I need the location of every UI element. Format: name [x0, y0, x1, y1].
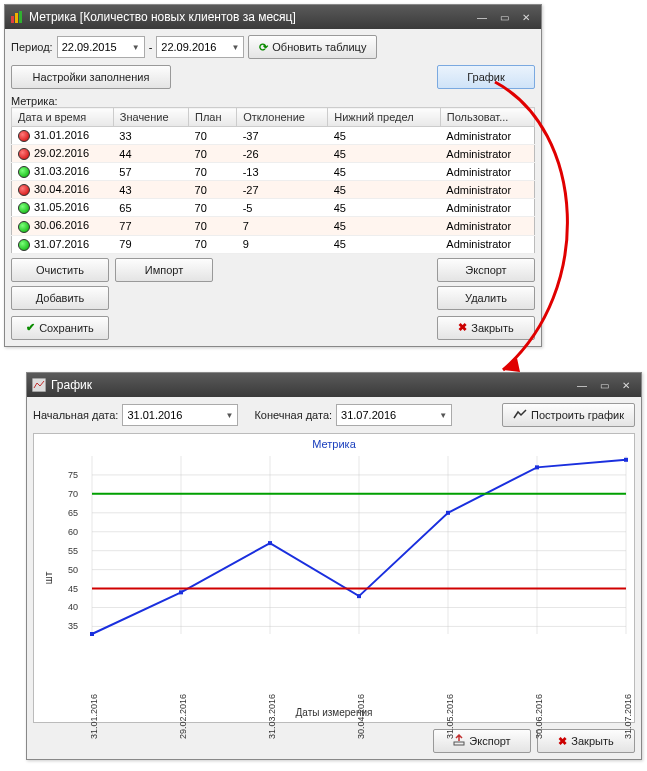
start-date-combo[interactable]: 31.01.2016 ▼: [122, 404, 238, 426]
window-title: Метрика [Количество новых клиентов за ме…: [29, 10, 471, 24]
y-tick-label: 75: [68, 470, 78, 480]
table-row[interactable]: 31.05.20166570-545Administrator: [12, 199, 535, 217]
svg-rect-23: [268, 541, 272, 545]
export-button[interactable]: Экспорт: [437, 258, 535, 282]
x-axis-label: Даты измерения: [34, 707, 634, 718]
column-header[interactable]: Пользоват...: [440, 108, 534, 127]
table-row[interactable]: 31.01.20163370-3745Administrator: [12, 127, 535, 145]
svg-rect-24: [357, 594, 361, 598]
status-icon: [18, 239, 30, 251]
period-to-value: 22.09.2016: [161, 41, 216, 53]
metric-window: Метрика [Количество новых клиентов за ме…: [4, 4, 542, 347]
line-chart-icon: [513, 408, 527, 422]
end-date-combo[interactable]: 31.07.2016 ▼: [336, 404, 452, 426]
svg-rect-22: [179, 590, 183, 594]
y-tick-label: 50: [68, 565, 78, 575]
column-header[interactable]: Отклонение: [237, 108, 328, 127]
save-button[interactable]: ✔ Сохранить: [11, 316, 109, 340]
table-row[interactable]: 29.02.20164470-2645Administrator: [12, 145, 535, 163]
column-header[interactable]: Значение: [113, 108, 188, 127]
chart-window: График — ▭ ✕ Начальная дата: 31.01.2016 …: [26, 372, 642, 760]
status-icon: [18, 221, 30, 233]
status-icon: [18, 202, 30, 214]
export-icon: [453, 734, 465, 748]
table-label: Метрика:: [11, 95, 535, 107]
y-tick-label: 35: [68, 621, 78, 631]
period-from-combo[interactable]: 22.09.2015 ▼: [57, 36, 145, 58]
period-from-value: 22.09.2015: [62, 41, 117, 53]
chevron-down-icon: ▼: [231, 43, 239, 52]
status-icon: [18, 166, 30, 178]
refresh-icon: ⟳: [259, 41, 268, 54]
svg-rect-1: [15, 13, 18, 23]
svg-rect-2: [19, 11, 22, 23]
chart-minimize-button[interactable]: —: [571, 377, 593, 393]
x-icon: ✖: [458, 321, 467, 334]
column-header[interactable]: Нижний предел: [328, 108, 441, 127]
chart-area: Метрика шт Даты измерения 35404550556065…: [33, 433, 635, 723]
fill-settings-button[interactable]: Настройки заполнения: [11, 65, 171, 89]
column-header[interactable]: План: [189, 108, 237, 127]
period-separator: -: [149, 41, 153, 53]
y-tick-label: 60: [68, 527, 78, 537]
app-icon: [9, 9, 25, 25]
status-icon: [18, 184, 30, 196]
import-button[interactable]: Импорт: [115, 258, 213, 282]
build-chart-button[interactable]: Построить график: [502, 403, 635, 427]
check-icon: ✔: [26, 321, 35, 334]
chart-titlebar: График — ▭ ✕: [27, 373, 641, 397]
y-tick-label: 40: [68, 602, 78, 612]
end-date-label: Конечная дата:: [254, 409, 332, 421]
x-tick-label: 30.06.2016: [534, 694, 544, 739]
maximize-button[interactable]: ▭: [493, 9, 515, 25]
x-icon: ✖: [558, 735, 567, 748]
y-tick-label: 55: [68, 546, 78, 556]
svg-rect-21: [90, 632, 94, 636]
add-button[interactable]: Добавить: [11, 286, 109, 310]
close-window-button[interactable]: ✕: [515, 9, 537, 25]
svg-marker-3: [503, 358, 520, 372]
chart-app-icon: [31, 377, 47, 393]
period-to-combo[interactable]: 22.09.2016 ▼: [156, 36, 244, 58]
graph-label: График: [467, 71, 505, 83]
x-tick-label: 31.01.2016: [89, 694, 99, 739]
chart-window-title: График: [51, 378, 571, 392]
chevron-down-icon: ▼: [225, 411, 233, 420]
table-row[interactable]: 31.07.20167970945Administrator: [12, 235, 535, 253]
graph-button[interactable]: График: [437, 65, 535, 89]
chart-close-button[interactable]: ✖ Закрыть: [537, 729, 635, 753]
chart-title: Метрика: [34, 434, 634, 450]
x-tick-label: 31.03.2016: [267, 694, 277, 739]
svg-rect-25: [446, 511, 450, 515]
svg-rect-27: [624, 458, 628, 462]
table-row[interactable]: 31.03.20165770-1345Administrator: [12, 163, 535, 181]
x-tick-label: 31.07.2016: [623, 694, 633, 739]
y-tick-label: 45: [68, 584, 78, 594]
clear-button[interactable]: Очистить: [11, 258, 109, 282]
refresh-button[interactable]: ⟳ Обновить таблицу: [248, 35, 377, 59]
delete-button[interactable]: Удалить: [437, 286, 535, 310]
fill-settings-label: Настройки заполнения: [33, 71, 150, 83]
svg-rect-28: [454, 742, 464, 745]
x-tick-label: 31.05.2016: [445, 694, 455, 739]
svg-rect-26: [535, 465, 539, 469]
y-tick-label: 70: [68, 489, 78, 499]
svg-rect-0: [11, 16, 14, 23]
start-date-label: Начальная дата:: [33, 409, 118, 421]
titlebar: Метрика [Количество новых клиентов за ме…: [5, 5, 541, 29]
table-row[interactable]: 30.04.20164370-2745Administrator: [12, 181, 535, 199]
status-icon: [18, 130, 30, 142]
chevron-down-icon: ▼: [439, 411, 447, 420]
period-label: Период:: [11, 41, 53, 53]
column-header[interactable]: Дата и время: [12, 108, 114, 127]
status-icon: [18, 148, 30, 160]
chevron-down-icon: ▼: [132, 43, 140, 52]
close-button[interactable]: ✖ Закрыть: [437, 316, 535, 340]
chart-close-window-button[interactable]: ✕: [615, 377, 637, 393]
refresh-label: Обновить таблицу: [272, 41, 366, 53]
metric-table: Дата и времяЗначениеПланОтклонениеНижний…: [11, 107, 535, 254]
y-axis-label: шт: [43, 572, 54, 585]
chart-maximize-button[interactable]: ▭: [593, 377, 615, 393]
minimize-button[interactable]: —: [471, 9, 493, 25]
table-row[interactable]: 30.06.20167770745Administrator: [12, 217, 535, 235]
